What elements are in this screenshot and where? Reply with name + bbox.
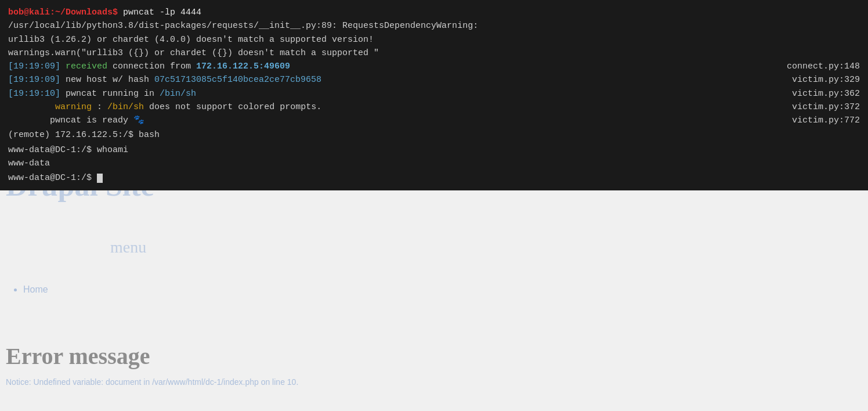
log-fileref-2: victim.py:329 <box>792 73 860 86</box>
log-time-1: [19:19:09] <box>8 62 60 71</box>
log-received: received <box>66 62 107 71</box>
log-warning-word: warning <box>55 102 92 112</box>
log-fileref-3: victim.py:362 <box>792 87 860 100</box>
terminal-prompt: bob@kali:~/Downloads$ <box>8 8 118 17</box>
terminal: bob@kali:~/Downloads$ pwncat -lp 4444 /u… <box>0 0 868 190</box>
log-fileref-1: connect.py:148 <box>787 60 860 73</box>
terminal-warn-2: urllib3 (1.26.2) or chardet (4.0.0) does… <box>8 33 860 46</box>
terminal-warn-3: warnings.warn("urllib3 ({}) or chardet (… <box>8 46 860 60</box>
terminal-warn-1: /usr/local/lib/python3.8/dist-packages/r… <box>8 19 860 33</box>
terminal-log-3: [19:19:10] pwncat running in /bin/sh vic… <box>8 87 860 100</box>
terminal-log-2: [19:19:09] new host w/ hash 07c51713085c… <box>8 73 860 86</box>
log-hash: 07c51713085c5f140bcea2ce77cb9658 <box>154 75 321 85</box>
terminal-command: pwncat -lp 4444 <box>118 8 201 17</box>
terminal-log-1: [19:19:09] received connection from 172.… <box>8 60 860 73</box>
log-time-2: [19:19:09] <box>8 75 60 85</box>
terminal-log-4: warning : /bin/sh does not support color… <box>8 100 860 114</box>
log-fileref-5: victim.py:772 <box>792 114 860 127</box>
log-path: /bin/sh <box>160 89 196 99</box>
log-fileref-4: victim.py:372 <box>792 100 860 114</box>
log-path-orange: /bin/sh <box>107 102 144 112</box>
terminal-log-5: pwncat is ready 🐾 victim.py:772 <box>8 114 860 127</box>
terminal-prompt-line: bob@kali:~/Downloads$ pwncat -lp 4444 <box>8 6 860 19</box>
terminal-output-wwwdata: www-data <box>8 157 860 170</box>
log-ip: 172.16.122.5:49609 <box>196 62 290 71</box>
log-time-3: [19:19:10] <box>8 89 60 99</box>
terminal-cursor <box>97 174 103 183</box>
terminal-remote-whoami: www-data@DC-1:/$ whoami <box>8 143 860 157</box>
terminal-cursor-line: www-data@DC-1:/$ <box>8 171 860 185</box>
terminal-remote-bash: (remote) 172.16.122.5:/$ bash <box>8 128 860 142</box>
